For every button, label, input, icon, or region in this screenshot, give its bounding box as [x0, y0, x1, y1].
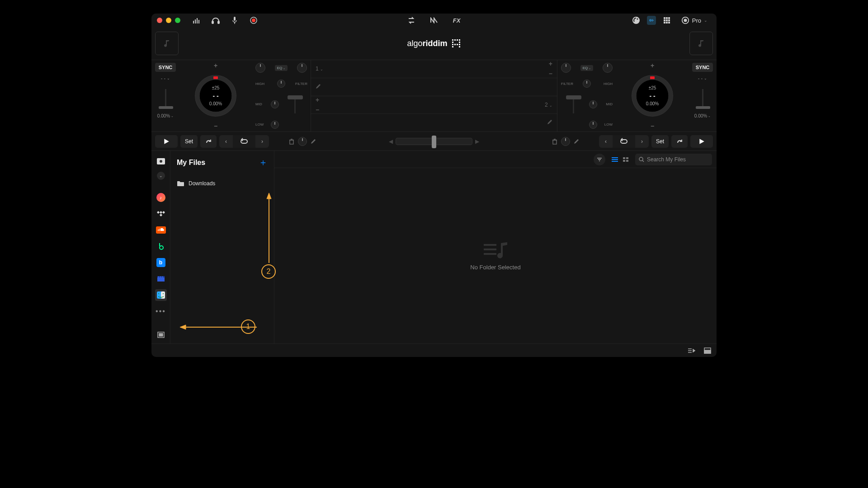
- sync-mode-icon[interactable]: [407, 16, 416, 25]
- deck2-loop-double-button[interactable]: ›: [635, 135, 649, 148]
- deck1-load-slot[interactable]: [155, 32, 179, 55]
- levels-icon[interactable]: [192, 16, 201, 25]
- waveform-view-icon[interactable]: [647, 16, 656, 25]
- deck2-mid-knob[interactable]: [589, 100, 597, 108]
- deck2-filter-label: FILTER: [561, 82, 573, 86]
- source-beatport-icon[interactable]: [155, 240, 167, 252]
- deck2-loop-half-button[interactable]: ‹: [599, 135, 613, 148]
- deck2-filter-knob[interactable]: [561, 63, 571, 73]
- crossfader: ◀ ▶: [320, 135, 548, 148]
- deck2-pitch-readout[interactable]: 0.00%⌄: [694, 113, 711, 118]
- deck1-play-button[interactable]: [155, 135, 178, 148]
- grid-view-button[interactable]: [621, 155, 631, 164]
- channel-2-selector[interactable]: 2 ⌄: [545, 102, 552, 108]
- ch2-edit-icon[interactable]: [547, 119, 552, 126]
- deck1-fx-edit-icon[interactable]: [310, 138, 317, 145]
- add-folder-button[interactable]: ＋: [259, 156, 268, 169]
- deck1-tempo-slider[interactable]: [157, 85, 174, 109]
- plan-dropdown[interactable]: Pro ⌄: [678, 14, 711, 26]
- source-library-icon[interactable]: [155, 155, 167, 167]
- deck1-gain-knob[interactable]: [255, 63, 265, 73]
- deck1-filter-knob[interactable]: [297, 63, 307, 73]
- deck2-high-knob[interactable]: [583, 80, 591, 88]
- source-fullscreen-icon[interactable]: [155, 329, 167, 341]
- deck1-trash-icon[interactable]: [288, 138, 295, 145]
- source-tidal-icon[interactable]: [155, 208, 167, 220]
- deck1-eq-mode-dropdown[interactable]: EQ⌄: [275, 65, 288, 71]
- deck1-loop-double-button[interactable]: ›: [255, 135, 269, 148]
- deck1-mid-label: MID: [255, 102, 267, 106]
- deck2-jogwheel[interactable]: ±25 - - 0.00%: [632, 75, 673, 117]
- deck1-high-knob[interactable]: [277, 80, 285, 88]
- deck2-key-dropdown[interactable]: - -⌄: [698, 75, 707, 81]
- xfader-left-arrow-icon[interactable]: ◀: [389, 138, 393, 145]
- maximize-window-icon[interactable]: [175, 18, 180, 23]
- minimize-window-icon[interactable]: [166, 18, 171, 23]
- ch2-minus-icon[interactable]: −: [316, 106, 319, 113]
- deck1-pitch-minus[interactable]: −: [214, 122, 217, 130]
- deck2-gain-knob[interactable]: [603, 63, 613, 73]
- source-soundcloud-icon[interactable]: [155, 224, 167, 236]
- fx-icon[interactable]: FX: [452, 16, 461, 25]
- deck2-cue-set-button[interactable]: Set: [651, 135, 669, 148]
- ch1-plus-icon[interactable]: +: [549, 60, 552, 67]
- neural-mix-icon[interactable]: [429, 16, 439, 25]
- deck2-low-knob[interactable]: [589, 121, 597, 129]
- deck1-key-dropdown[interactable]: - -⌄: [161, 75, 170, 81]
- ch2-plus-icon[interactable]: +: [316, 96, 319, 103]
- deck1-pitch-readout[interactable]: 0.00%⌄: [157, 113, 174, 118]
- source-more-icon[interactable]: •••: [155, 305, 167, 317]
- deck1-low-knob[interactable]: [271, 121, 279, 129]
- deck2-trash-icon[interactable]: [551, 138, 558, 145]
- source-finder-icon[interactable]: [155, 289, 167, 301]
- deck2-pitch-minus[interactable]: −: [651, 122, 654, 130]
- deck1-loop-half-button[interactable]: ‹: [219, 135, 233, 148]
- search-input[interactable]: Search My Files: [635, 154, 712, 165]
- deck1-sync-button[interactable]: SYNC: [155, 63, 176, 72]
- deck2-fx-amount-knob[interactable]: [561, 137, 570, 146]
- deck1-mid-knob[interactable]: [271, 100, 279, 108]
- xfader-right-arrow-icon[interactable]: ▶: [475, 138, 479, 145]
- deck2-eq-mode-dropdown[interactable]: EQ⌄: [580, 65, 594, 71]
- list-view-button[interactable]: [610, 155, 620, 164]
- record-icon[interactable]: [249, 16, 258, 25]
- crossfader-track[interactable]: [396, 138, 472, 145]
- automix-queue-icon[interactable]: [687, 346, 696, 355]
- channel-1-selector[interactable]: 1 ⌄: [316, 66, 323, 72]
- deck1-loop-toggle-button[interactable]: [233, 135, 255, 148]
- close-window-icon[interactable]: [157, 18, 162, 23]
- deck1-cue-set-button[interactable]: Set: [180, 135, 198, 148]
- deck2-fx-edit-icon[interactable]: [573, 138, 580, 145]
- ch1-edit-icon[interactable]: [316, 84, 321, 90]
- source-beatsource-icon[interactable]: b: [155, 257, 167, 268]
- deck1-jogwheel[interactable]: ±25 - - 0.00%: [195, 75, 236, 117]
- deck2-pitch-plus[interactable]: +: [651, 62, 654, 69]
- pad-grid-icon[interactable]: [662, 16, 671, 25]
- deck2-volume-fader[interactable]: [561, 95, 585, 114]
- deck2-load-slot[interactable]: [689, 32, 713, 55]
- deck2-tempo-slider[interactable]: [694, 85, 711, 109]
- ch1-minus-icon[interactable]: −: [549, 70, 552, 77]
- deck2-cue-jump-button[interactable]: [671, 135, 688, 148]
- search-icon: [639, 157, 644, 162]
- source-expand-icon[interactable]: ⌄: [157, 172, 165, 180]
- folder-item-downloads[interactable]: Downloads: [177, 180, 268, 187]
- expand-library-icon[interactable]: [703, 346, 712, 355]
- deck2-sync-button[interactable]: SYNC: [692, 63, 713, 72]
- deck1-pitch-plus[interactable]: +: [214, 62, 217, 69]
- deck2-pitch-percent: 0.00%: [646, 101, 659, 106]
- deck1-fx-amount-knob[interactable]: [298, 137, 307, 146]
- microphone-icon[interactable]: [230, 16, 239, 25]
- automix-icon[interactable]: [632, 16, 641, 25]
- deck1-volume-fader[interactable]: [283, 95, 307, 114]
- headphones-icon[interactable]: [211, 16, 220, 25]
- source-apple-music-icon[interactable]: ♪: [155, 192, 167, 203]
- deck2-play-button[interactable]: [690, 135, 713, 148]
- filter-button[interactable]: [594, 154, 605, 165]
- source-videos-icon[interactable]: [155, 273, 167, 285]
- deck2-loop-toggle-button[interactable]: [613, 135, 635, 148]
- deck1-jogwheel-area: + ±25 - - 0.00% −: [179, 60, 252, 131]
- svg-rect-0: [193, 21, 194, 23]
- deck1-cue-jump-button[interactable]: [200, 135, 217, 148]
- svg-rect-57: [158, 277, 159, 277]
